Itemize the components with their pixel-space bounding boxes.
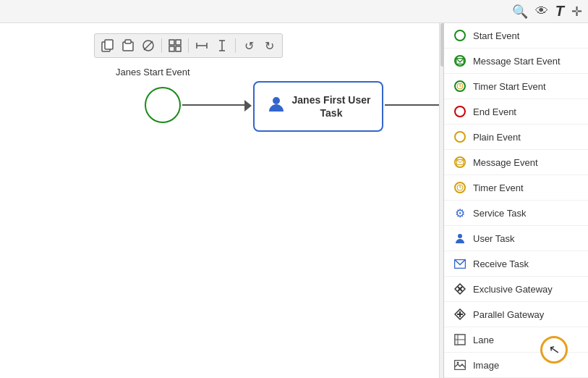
image-label: Image bbox=[473, 360, 499, 371]
svg-line-5 bbox=[144, 41, 153, 50]
message-event-icon bbox=[453, 155, 467, 169]
start-event-icon bbox=[453, 28, 467, 43]
toolbar-separator-3 bbox=[235, 38, 236, 53]
plain-event-icon bbox=[453, 130, 467, 144]
svg-rect-8 bbox=[169, 46, 174, 51]
start-event-shape[interactable] bbox=[145, 87, 181, 123]
user-task-shape[interactable]: Janes First UserTask bbox=[253, 81, 383, 132]
exclusive-gateway-icon bbox=[453, 282, 467, 296]
panel-item-timer-start-event[interactable]: Timer Start Event bbox=[444, 74, 588, 99]
lane-label: Lane bbox=[473, 335, 494, 345]
panel-item-receive-task[interactable]: Receive Task bbox=[444, 251, 588, 277]
message-start-event-label: Message Start Event bbox=[473, 56, 561, 67]
panel-item-message-start-event[interactable]: Message Start Event bbox=[444, 49, 588, 74]
svg-rect-1 bbox=[105, 40, 113, 49]
panel-item-plain-event[interactable]: Plain Event bbox=[444, 125, 588, 150]
toolbar-separator bbox=[161, 38, 162, 53]
image-icon bbox=[453, 358, 467, 372]
timer-start-event-icon bbox=[453, 79, 467, 93]
svg-rect-6 bbox=[169, 40, 174, 45]
parallel-gateway-label: Parallel Gateway bbox=[473, 309, 544, 320]
move-icon[interactable]: ✛ bbox=[571, 4, 582, 20]
panel-item-end-event[interactable]: End Event bbox=[444, 99, 588, 125]
panel-item-exclusive-gateway[interactable]: Exclusive Gateway bbox=[444, 277, 588, 302]
redo-button[interactable]: ↻ bbox=[260, 37, 278, 54]
timer-event-icon bbox=[453, 180, 467, 195]
toolbar-separator-2 bbox=[188, 38, 189, 53]
top-toolbar: 🔍 👁 T ✛ bbox=[0, 0, 588, 23]
panel-item-lane[interactable]: Lane bbox=[444, 327, 588, 353]
panel-item-message-event[interactable]: Message Event bbox=[444, 150, 588, 175]
timer-start-event-label: Timer Start Event bbox=[473, 81, 546, 92]
start-event-label-sidebar: Start Event bbox=[473, 30, 519, 41]
copy-button[interactable] bbox=[99, 37, 116, 54]
paste-button[interactable] bbox=[119, 37, 137, 54]
svg-rect-9 bbox=[176, 46, 181, 51]
message-start-event-icon bbox=[453, 54, 467, 68]
sequence-flow-arrow bbox=[244, 100, 252, 112]
lane-icon bbox=[453, 332, 467, 347]
parallel-gateway-icon bbox=[453, 307, 467, 322]
canvas-area: ↺ ↻ Janes Start Event Janes First UserTa… bbox=[0, 23, 445, 378]
receive-task-icon bbox=[453, 256, 467, 271]
svg-rect-7 bbox=[176, 40, 181, 45]
panel-item-timer-event[interactable]: Timer Event bbox=[444, 175, 588, 201]
exclusive-gateway-label: Exclusive Gateway bbox=[473, 284, 553, 295]
floating-toolbar: ↺ ↻ bbox=[94, 33, 283, 58]
user-task-icon bbox=[266, 94, 286, 119]
end-event-icon bbox=[453, 104, 467, 119]
element-panel: Start Event Message Start Event T bbox=[443, 23, 588, 378]
undo-button[interactable]: ↺ bbox=[240, 37, 257, 54]
timer-event-label: Timer Event bbox=[473, 182, 524, 193]
message-event-label: Message Event bbox=[473, 157, 538, 168]
svg-point-16 bbox=[273, 97, 280, 104]
panel-item-image[interactable]: Image bbox=[444, 353, 588, 378]
eye-icon[interactable]: 👁 bbox=[535, 4, 548, 19]
disable-button[interactable] bbox=[140, 37, 157, 54]
panel-item-parallel-gateway[interactable]: Parallel Gateway bbox=[444, 302, 588, 327]
panel-item-start-event[interactable]: Start Event bbox=[444, 23, 588, 49]
end-event-label: End Event bbox=[473, 106, 516, 117]
plain-event-label: Plain Event bbox=[473, 132, 521, 143]
panel-item-user-task[interactable]: User Task bbox=[444, 226, 588, 251]
svg-rect-3 bbox=[125, 40, 131, 43]
grid-button[interactable] bbox=[166, 37, 184, 54]
search-icon[interactable]: 🔍 bbox=[512, 4, 528, 20]
text-format-icon[interactable]: T bbox=[555, 3, 564, 20]
service-task-label: Service Task bbox=[473, 208, 526, 219]
start-event-label: Janes Start Event bbox=[116, 67, 190, 77]
user-task-sidebar-icon bbox=[453, 231, 467, 245]
user-task-label-sidebar: User Task bbox=[473, 233, 515, 244]
service-task-icon: ⚙ bbox=[453, 206, 467, 220]
receive-task-label: Receive Task bbox=[473, 259, 529, 269]
sequence-flow bbox=[182, 104, 247, 106]
svg-point-25 bbox=[458, 234, 462, 238]
sequence-flow-2 bbox=[385, 104, 445, 106]
resize-h-button[interactable] bbox=[193, 37, 210, 54]
panel-item-service-task[interactable]: ⚙ Service Task bbox=[444, 201, 588, 226]
resize-v-button[interactable] bbox=[213, 37, 231, 54]
user-task-label: Janes First UserTask bbox=[292, 93, 371, 119]
